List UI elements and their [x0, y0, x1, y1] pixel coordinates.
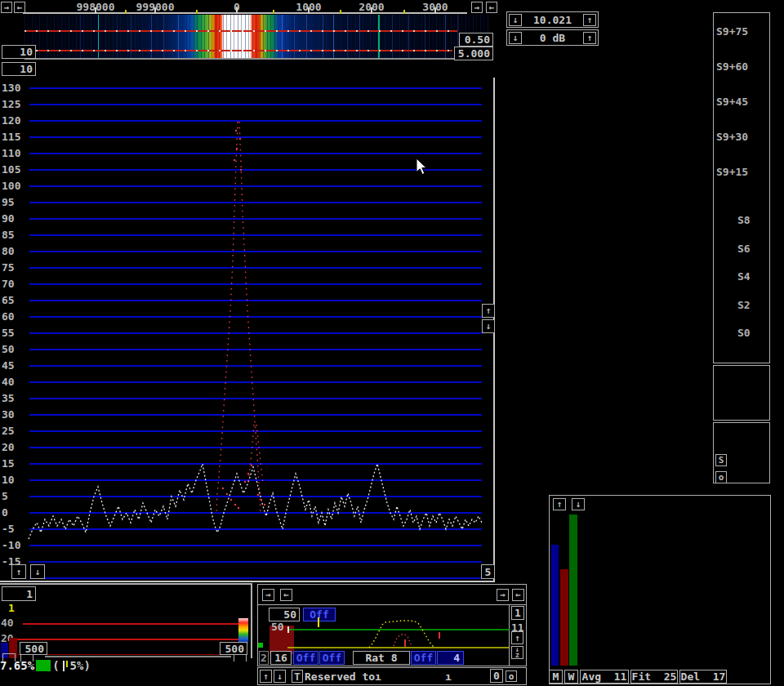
db-tick-label: 5	[2, 490, 8, 502]
db-tick-label: 90	[2, 212, 15, 225]
waterfall-level-line-lower[interactable]	[24, 50, 452, 51]
scale-shift-left-button-2[interactable]: ←	[486, 2, 497, 13]
baseband-shift-left-button[interactable]: ←	[280, 589, 292, 601]
left-panel-yellow-marker: 1	[8, 603, 15, 614]
afc-up-button[interactable]: ↑	[553, 498, 566, 510]
db-grid-line	[29, 545, 482, 546]
db-tick-label: 130	[2, 82, 20, 94]
gain-spinner-up-button[interactable]: ↑	[583, 32, 596, 44]
baseband-up-button[interactable]: ↑	[511, 631, 523, 644]
graph-down-button[interactable]: ↓	[482, 319, 495, 333]
waterfall-streak	[151, 15, 152, 59]
smeter-s-button[interactable]: S	[715, 454, 727, 466]
smeter-label-s9-15: S9+15	[716, 166, 748, 178]
frequency-spinner-down-button[interactable]: ↓	[509, 14, 522, 26]
strip-down-button[interactable]: ↓	[274, 670, 286, 683]
scale-shift-right-button-2[interactable]: →	[471, 2, 483, 13]
db-tick-label: 100	[2, 180, 20, 192]
graph-scale-box[interactable]: 10	[2, 62, 36, 76]
db-grid-line	[29, 496, 482, 497]
left-panel-500-box-right[interactable]: 500	[220, 642, 247, 655]
smeter-label-s9-75: S9+75	[716, 25, 748, 38]
left-panel-500-box-left[interactable]: 500	[20, 642, 47, 655]
waterfall-streak	[117, 15, 118, 59]
smeter-label-s4: S4	[737, 270, 751, 283]
baseband-rat-box[interactable]: Rat 8	[353, 651, 410, 665]
waterfall-zoom-box[interactable]: 0.50	[459, 33, 493, 47]
graph-up-button[interactable]: ↑	[482, 304, 495, 318]
db-grid: 1301251201151101051009590858075706560555…	[0, 78, 497, 582]
gain-spinner-down-button[interactable]: ↓	[509, 32, 522, 44]
freq-minor-tick	[403, 10, 405, 14]
afc-button-w[interactable]: W	[564, 670, 578, 684]
afc-panel	[549, 495, 771, 684]
baseband-off-toggle-2[interactable]: Off	[293, 651, 318, 665]
status-open-paren: (	[52, 659, 59, 672]
frequency-spinner-value: 10.021	[533, 14, 572, 26]
waterfall-gain-box[interactable]: 10	[2, 45, 36, 59]
baseband-shift-left-button-2[interactable]: ←	[512, 589, 524, 601]
baseband-down-z-button[interactable]: ↓ z	[511, 646, 523, 659]
waterfall-streak	[178, 15, 179, 59]
graph-floor-up-button[interactable]: ↑	[11, 564, 26, 579]
frequency-spinner-up-button[interactable]: ↑	[583, 14, 596, 26]
waterfall-level-line-upper[interactable]	[24, 30, 457, 32]
afc-button-fit[interactable]: Fit 25	[630, 670, 678, 684]
left-panel-scrollbar[interactable]	[45, 656, 231, 657]
freq-major-tick	[236, 7, 238, 14]
baseband-shift-right-button[interactable]: →	[262, 589, 274, 601]
freq-major-tick	[95, 7, 96, 14]
db-tick-label: 85	[2, 229, 15, 241]
frequency-scale[interactable]: 9980009990000100020003000	[0, 0, 497, 15]
db-tick-label: 25	[2, 425, 15, 437]
smeter-o-button[interactable]: o	[715, 471, 727, 483]
db-tick-label: 115	[2, 131, 20, 143]
baseband-4-box[interactable]: 4	[437, 651, 464, 665]
status-yellow-tick	[66, 661, 68, 667]
db-grid-line	[29, 316, 482, 318]
graph-corner-value-box[interactable]: 5	[481, 564, 495, 579]
db-tick-label: 35	[2, 392, 15, 404]
main-spectrum-graph[interactable]: 1301251201151101051009590858075706560555…	[0, 78, 497, 582]
afc-button-del[interactable]: Del 17	[679, 670, 727, 684]
db-tick-label: 30	[2, 408, 15, 421]
waterfall-display[interactable]	[24, 15, 488, 59]
db-tick-label: 120	[2, 114, 20, 127]
strip-zero-box[interactable]: 0	[490, 669, 503, 683]
baseband-value-50-box[interactable]: 50	[269, 608, 300, 621]
afc-button-avg[interactable]: Avg 11	[580, 670, 629, 684]
db-tick-label: 125	[2, 98, 20, 110]
baseband-16-box[interactable]: 16	[270, 651, 292, 665]
baseband-off-toggle-1[interactable]: Off	[303, 608, 336, 621]
status-green-block	[36, 660, 51, 671]
status-threshold: 5%)	[70, 659, 91, 672]
gain-spinner: ↓ 0 dB ↑	[506, 29, 599, 46]
baseband-shift-right-button-2[interactable]: →	[497, 589, 509, 601]
cpu-load-percent: 7.65%	[0, 659, 34, 672]
freq-major-tick	[154, 7, 156, 14]
strip-o-box[interactable]: o	[506, 670, 517, 682]
strip-cursor-mark: ı	[445, 671, 452, 683]
db-grid-line	[29, 447, 482, 448]
left-panel-value-box[interactable]: 1	[2, 586, 36, 601]
baseband-agc-label: 50	[271, 621, 284, 633]
db-grid-line	[29, 349, 482, 350]
baseband-off-toggle-3[interactable]: Off	[319, 651, 345, 665]
waterfall-speed-box[interactable]: 5.000	[454, 47, 493, 60]
afc-down-button[interactable]: ↓	[572, 498, 585, 510]
strip-t-button[interactable]: T	[292, 670, 303, 683]
graph-floor-down-button[interactable]: ↓	[30, 564, 45, 579]
db-grid-line	[29, 185, 482, 187]
freq-major-tick	[371, 7, 372, 14]
status-bar: 7.65% ( 5%)	[0, 658, 253, 673]
db-grid-line	[29, 430, 482, 432]
waterfall-streak	[80, 15, 81, 59]
baseband-right-1-box[interactable]: 1	[511, 606, 524, 620]
left-panel-right-border	[251, 583, 252, 658]
afc-button-m[interactable]: M	[549, 670, 563, 684]
left-panel-rainbow-bar	[238, 618, 248, 644]
db-tick-label: 0	[2, 506, 8, 519]
baseband-off-toggle-4[interactable]: Off	[411, 651, 436, 665]
baseband-2-box[interactable]: 2	[259, 651, 269, 665]
strip-up-button[interactable]: ↑	[260, 670, 272, 683]
